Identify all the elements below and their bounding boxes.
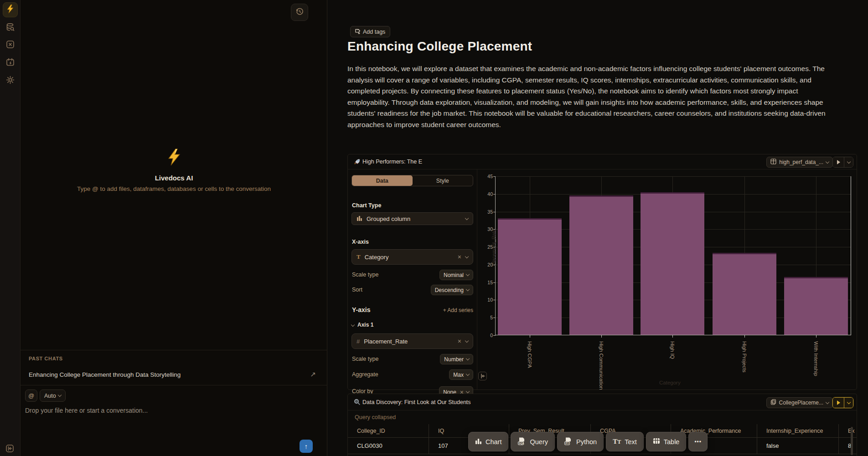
chart-run-button[interactable]	[832, 157, 853, 168]
x-tick-label: High CGPA	[527, 341, 532, 368]
xaxis-field-value: Category	[365, 254, 389, 261]
past-chats-label: PAST CHATS	[29, 356, 63, 361]
xaxis-field-select[interactable]: T Category ×	[351, 249, 473, 265]
table-cell-value: CLG0030	[348, 438, 429, 454]
tab-style[interactable]: Style	[413, 175, 473, 186]
column-header[interactable]: Internship_Experience	[757, 424, 839, 437]
table-tool-icon	[653, 438, 660, 446]
add-chart-button[interactable]: Chart	[468, 432, 508, 451]
cancel-square-icon[interactable]	[6, 40, 15, 49]
chart-type-select[interactable]: Grouped column	[351, 212, 473, 225]
run-options-chevron-icon[interactable]	[844, 398, 853, 408]
add-table-button[interactable]: Table	[646, 432, 687, 451]
yaxis-field-select[interactable]: # Placement_Rate ×	[351, 333, 473, 349]
livedocs-logo-button[interactable]	[3, 2, 18, 17]
add-tags-button[interactable]: Add tags	[350, 26, 390, 37]
query-collapsed-note[interactable]: Query collapsed	[355, 414, 396, 420]
text-type-icon: T	[356, 253, 361, 261]
y-tick-label: 40	[481, 191, 493, 197]
y-tick	[493, 229, 496, 230]
y-tick	[493, 282, 496, 283]
play-icon[interactable]	[833, 398, 844, 408]
chevron-down-icon	[465, 338, 469, 342]
chevron-down-icon	[466, 272, 470, 276]
clear-field-icon[interactable]: ×	[458, 253, 461, 261]
chart-dataframe-select[interactable]: high_perf_data_...	[766, 157, 833, 168]
x-tick	[530, 335, 530, 338]
clear-field-icon[interactable]: ×	[458, 338, 461, 345]
chat-input-placeholder[interactable]: Drop your file here or start a conversat…	[25, 407, 253, 414]
table-grid-icon	[770, 159, 776, 166]
run-options-chevron-icon[interactable]	[844, 157, 853, 167]
y-tick-label: 30	[481, 226, 493, 232]
sort-value: Descending	[435, 287, 464, 293]
assistant-name: Livedocs AI	[21, 174, 327, 182]
table-dataframe-value: CollegePlaceme...	[779, 400, 823, 406]
yaxis-field-value: Placement_Rate	[364, 338, 408, 345]
arrow-up-icon: ↑	[305, 442, 308, 450]
table-run-button[interactable]	[832, 397, 853, 408]
svg-text:SQL: SQL	[519, 442, 525, 445]
table-cell-header: Data Discovery: First Look at Our Studen…	[348, 394, 857, 410]
add-table-label: Table	[664, 438, 680, 446]
gridline	[496, 176, 851, 177]
yaxis-scale-value: Number	[444, 356, 464, 363]
chevron-down-icon	[466, 357, 470, 360]
y-tick	[493, 300, 496, 300]
send-button[interactable]: ↑	[300, 440, 313, 453]
schedule-icon[interactable]	[6, 58, 15, 67]
xaxis-scale-select[interactable]: Nominal	[439, 270, 473, 280]
add-python-button[interactable]: PY Python	[557, 432, 604, 451]
column-header[interactable]: College_ID	[348, 424, 429, 437]
add-cell-toolbar: Chart SQL Query PY Python TT Text	[468, 432, 708, 451]
tab-data[interactable]: Data	[352, 175, 413, 186]
aggregate-label: Aggregate	[352, 371, 378, 378]
chevron-down-icon	[465, 254, 469, 258]
data-search-icon[interactable]	[6, 23, 15, 31]
chevron-down-icon	[466, 372, 470, 376]
axis1-toggle[interactable]: Axis 1	[351, 322, 373, 328]
bar-high-iq	[641, 192, 704, 335]
play-icon[interactable]	[833, 157, 844, 167]
mode-select[interactable]: Auto	[40, 389, 66, 402]
nav-rail	[0, 0, 21, 456]
column-header[interactable]: Ex	[839, 424, 857, 437]
yaxis-scale-select[interactable]: Number	[440, 354, 473, 364]
past-chat-item[interactable]: Enhancing College Placement through Data…	[21, 368, 327, 383]
y-tick	[493, 212, 496, 212]
y-tick-label: 0	[481, 333, 493, 338]
chevron-down-icon	[826, 400, 829, 404]
collapse-sidebar-icon[interactable]	[5, 444, 14, 453]
add-text-label: Text	[625, 438, 637, 446]
chat-history-button[interactable]	[291, 4, 308, 21]
aggregate-select[interactable]: Max	[449, 369, 473, 380]
table-cell-title: Data Discovery: First Look at Our Studen…	[362, 399, 471, 405]
add-series-button[interactable]: + Add series	[443, 307, 473, 313]
x-tick-label: High Communication	[599, 341, 604, 390]
app-window: Livedocs AI Type @ to add files, datafra…	[0, 0, 868, 456]
rocket-icon	[354, 158, 361, 165]
table-dataframe-select[interactable]: CollegePlaceme...	[766, 397, 833, 408]
chat-panel: Livedocs AI Type @ to add files, datafra…	[21, 0, 327, 456]
x-tick	[744, 335, 745, 338]
at-mention-button[interactable]: @	[25, 389, 37, 402]
add-text-button[interactable]: TT Text	[606, 432, 644, 451]
y-tick-label: 20	[481, 262, 493, 267]
more-tools-button[interactable]: •••	[688, 432, 708, 451]
open-chat-arrow-icon[interactable]: ↗	[310, 370, 316, 379]
y-tick	[493, 176, 496, 177]
notebook-description: In this notebook, we will explore a data…	[347, 63, 839, 130]
add-tags-label: Add tags	[363, 29, 385, 35]
x-tick-label: With Internship	[813, 341, 819, 376]
settings-icon[interactable]	[6, 76, 15, 84]
collapse-config-icon[interactable]	[478, 372, 487, 380]
add-query-button[interactable]: SQL Query	[511, 432, 555, 451]
x-tick	[816, 335, 816, 338]
y-tick-label: 5	[481, 315, 493, 320]
magnifier-icon	[354, 399, 361, 405]
bar-with-internship	[784, 277, 848, 335]
bar-high-cgpa	[498, 218, 562, 335]
sort-select[interactable]: Descending	[431, 285, 473, 295]
table-scrollbar[interactable]	[851, 427, 853, 455]
chevron-down-icon	[826, 159, 829, 163]
